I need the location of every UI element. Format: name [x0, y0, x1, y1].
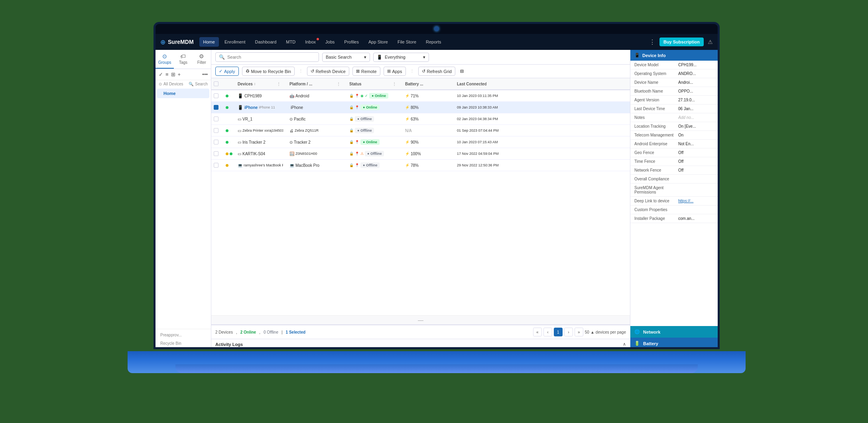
nav-reports[interactable]: Reports [422, 37, 445, 47]
table-row[interactable]: ▭ VR_1 ⊙ Pacific 🔒 ● Offlin [211, 113, 630, 125]
row7-platform-icon: 💻 [289, 163, 294, 168]
di-row-installer: Installer Package com.an... [630, 214, 718, 223]
apps-button[interactable]: ⊞ Apps [384, 67, 406, 76]
di-value-deeplink[interactable]: https://... [678, 199, 714, 203]
row5-device-td: ▭ Iris Tracker 2 [235, 136, 283, 148]
row3-battery-pct: 63% [411, 117, 419, 121]
col-battery-header[interactable]: Battery ... [403, 78, 451, 89]
status-col-dots[interactable]: ⋮ [392, 82, 396, 86]
sidebar-devices-icon: ⊙ [159, 82, 162, 86]
tab-tags[interactable]: 🏷 Tags [174, 50, 192, 69]
search-input-wrapper[interactable]: 🔍 [215, 52, 319, 62]
tab-groups-label: Groups [158, 60, 171, 65]
next-page-btn[interactable]: › [564, 328, 573, 336]
list-icon[interactable]: ≡ [165, 71, 169, 77]
sidebar-search[interactable]: ⊙ All Devices 🔍 Search [155, 80, 211, 88]
search-scope-select[interactable]: 📱 Everything ▾ [373, 53, 429, 62]
nav-mtd[interactable]: MTD [282, 37, 299, 47]
activity-collapse-icon[interactable]: ∧ [623, 342, 626, 347]
di-row-permissions: SureMDM Agent Permissions [630, 184, 718, 197]
nav-more-icon[interactable]: ⋮ [649, 38, 655, 46]
row1-battery-icon: ⚡ [405, 94, 409, 98]
recycle-bin-button[interactable]: ♻ Move to Recycle Bin [242, 67, 295, 76]
row2-device-sub: iPhone 11 [259, 105, 275, 109]
subscribe-button[interactable]: Buy Subscription [659, 38, 704, 46]
apply-button[interactable]: ✓ Apply [215, 67, 239, 76]
page-1-btn[interactable]: 1 [554, 328, 563, 336]
col-devices-header[interactable]: Devices ↕ ⋮ [235, 78, 283, 89]
row6-device-td: ▭ KARTIK-S04 [235, 148, 283, 159]
di-label-devname: Device Name [634, 80, 678, 85]
nav-appstore[interactable]: App Store [364, 37, 392, 47]
row5-checkbox[interactable] [214, 140, 218, 144]
sidebar-search-icon[interactable]: 🔍 [189, 82, 193, 86]
refresh-grid-button[interactable]: ↺ Refresh Grid [418, 67, 455, 76]
battery-section-header[interactable]: 🔋 Battery [630, 338, 718, 349]
row3-checkbox[interactable] [214, 117, 218, 121]
nav-dashboard[interactable]: Dashboard [251, 37, 280, 47]
row2-battery-pct: 80% [411, 105, 419, 110]
row4-checkbox[interactable] [214, 128, 218, 133]
nav-home[interactable]: Home [199, 37, 219, 47]
notification-bell-icon[interactable]: ⚠ [708, 39, 713, 45]
col-job-status-empty [223, 78, 235, 89]
di-label-notes: Notes [634, 115, 678, 120]
add-icon[interactable]: + [178, 71, 181, 77]
nav-enrollment[interactable]: Enrollment [220, 37, 250, 47]
search-type-select[interactable]: Basic Search ▾ [322, 53, 370, 62]
col-status-header[interactable]: Status ⋮ [347, 78, 399, 89]
col-last-connected-header[interactable]: Last Connected ↓ [455, 78, 486, 89]
first-page-btn[interactable]: « [533, 328, 542, 336]
sidebar-recycle-bin[interactable]: Recycle Bin [159, 339, 208, 348]
row3-last-connected: 02 Jan 2023 04:38:34 PM [457, 117, 498, 121]
row5-platform-name: Tracker 2 [294, 140, 311, 144]
remote-button[interactable]: ⊠ Remote [352, 67, 380, 76]
row1-checkbox[interactable] [214, 93, 218, 98]
row1-device-name: CPH1989 [244, 94, 262, 98]
nav-jobs[interactable]: Jobs [321, 37, 339, 47]
data-table: Devices ↕ ⋮ Platform / ... ⋮ S [211, 78, 630, 315]
sidebar-item-home[interactable]: Home [157, 89, 209, 98]
col-platform-header[interactable]: Platform / ... ⋮ [287, 78, 343, 89]
tab-filter[interactable]: ⚙ Filter [193, 50, 211, 69]
row6-checkbox[interactable] [214, 151, 218, 156]
nav-inbox[interactable]: Inbox [301, 37, 320, 47]
refresh-device-button[interactable]: ↺ Refresh Device [307, 67, 349, 76]
sliders-icon[interactable]: ⊞ [171, 71, 175, 77]
sidebar-preapproved[interactable]: Preapprov... [159, 331, 208, 339]
row2-checkbox[interactable] [214, 105, 218, 110]
check-icon[interactable]: ✓ [159, 71, 163, 77]
table-row[interactable]: 📱 CPH1989 🤖 Android 🔒 📍 [211, 90, 630, 102]
row7-dot [226, 164, 228, 167]
comma-2: , [259, 330, 260, 334]
row5-battery-td: ⚡ 90% [403, 136, 451, 148]
remote-label: Remote [361, 69, 377, 74]
tab-groups[interactable]: ⊙ Groups [155, 50, 174, 69]
per-page-arrow[interactable]: ▲ [590, 330, 594, 334]
row7-checkbox[interactable] [214, 163, 218, 168]
tab-tags-label: Tags [179, 60, 187, 65]
platform-col-dots[interactable]: ⋮ [337, 82, 341, 86]
row2-status-td [223, 102, 235, 113]
last-page-btn[interactable]: » [575, 328, 583, 336]
table-row[interactable]: ▭ Iris Tracker 2 ⊙ Tracker 2 🔒 [211, 136, 630, 148]
row6-lock-icon: 🔒 [349, 152, 354, 156]
device-info-header[interactable]: 📱 Device Info [630, 50, 718, 61]
more-icon[interactable]: ••• [202, 71, 208, 77]
di-row-location: Location Tracking On [Eve... [630, 122, 718, 131]
table-row[interactable]: 📱 iPhone iPhone 11 iPhone � [211, 102, 630, 113]
row5-checkbox-td [211, 136, 223, 148]
select-all-checkbox[interactable] [214, 81, 218, 86]
prev-page-btn[interactable]: ‹ [543, 328, 552, 336]
nav-filestore[interactable]: File Store [394, 37, 420, 47]
table-row[interactable]: ▭ KARTIK-S04 🪟 Z0N8S01H00 🔒 [211, 148, 630, 160]
network-section-header[interactable]: 🌐 Network [630, 326, 718, 338]
di-value-os: ANDRO... [678, 71, 714, 76]
nav-profiles[interactable]: Profiles [340, 37, 363, 47]
row7-status-badge: ● Offline [360, 162, 380, 168]
table-row[interactable]: ▭ Zebra Printer xxraj194501 🖨 Zebra ZQ51… [211, 125, 630, 136]
devices-col-dots[interactable]: ⋮ [277, 82, 281, 86]
search-input[interactable] [227, 55, 315, 59]
grid-view-icon[interactable]: ⊟ [460, 69, 464, 74]
table-row[interactable]: 💻 ramyashree's MacBook Pro 💻 MacBook Pro… [211, 160, 630, 171]
